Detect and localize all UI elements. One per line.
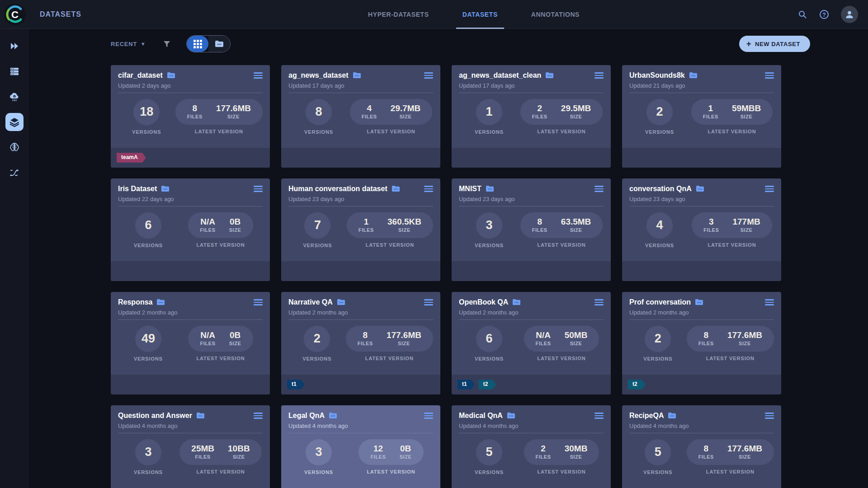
files-label: FILES (187, 114, 203, 119)
size-value: 50MB (565, 331, 588, 340)
dataset-name[interactable]: Iris Dataset (118, 185, 157, 193)
user-avatar[interactable] (841, 6, 858, 23)
dataset-card[interactable]: UrbanSounds8k Updated 21 days ago 2 VERS… (622, 65, 781, 168)
card-menu-button[interactable] (254, 184, 263, 193)
dataset-tag[interactable]: t1 (458, 380, 475, 389)
versions-circle: 6 (476, 326, 502, 352)
size-value: 360.5KB (387, 217, 421, 227)
sidebar-item-models[interactable] (5, 138, 24, 156)
dataset-tag[interactable]: t1 (287, 380, 305, 389)
tab-annotations[interactable]: ANNOTATIONS (525, 0, 586, 29)
size-label: SIZE (400, 114, 412, 119)
dataset-name[interactable]: cifar_dataset (118, 71, 163, 80)
dataset-name[interactable]: UrbanSounds8k (629, 71, 685, 80)
card-menu-button[interactable] (594, 411, 604, 420)
latest-version-pill: 2 FILES 29.5MB SIZE (520, 99, 603, 125)
card-menu-button[interactable] (254, 298, 263, 307)
clearml-logo[interactable]: C (4, 3, 26, 26)
main-content: RECENT ▾ + NEW DATASET cifar_data (29, 29, 868, 488)
dataset-tag[interactable]: teamA (117, 153, 146, 162)
dataset-name[interactable]: Human conversation dataset (288, 185, 387, 193)
files-label: FILES (200, 227, 215, 233)
dataset-name[interactable]: Medical QnA (459, 412, 503, 420)
versions-circle: 2 (646, 99, 673, 125)
dataset-updated: Updated 4 months ago (629, 422, 774, 429)
dataset-name[interactable]: ag_news_dataset (288, 71, 349, 80)
dataset-name[interactable]: Narrative QA (288, 298, 333, 306)
card-menu-button[interactable] (424, 71, 433, 80)
card-menu-button[interactable] (254, 411, 263, 420)
card-menu-button[interactable] (765, 184, 774, 193)
size-label: SIZE (570, 227, 582, 233)
latest-version-pill: 1 FILES 360.5KB SIZE (347, 212, 433, 238)
search-icon[interactable] (797, 9, 807, 19)
dataset-card[interactable]: ag_news_dataset Updated 17 days ago 8 VE… (281, 65, 440, 168)
dataset-card[interactable]: Responsa Updated 2 months ago 49 VERSION… (111, 292, 270, 394)
versions-count: 3 (145, 445, 151, 459)
dataset-name[interactable]: RecipeQA (629, 412, 664, 420)
latest-version-label: LATEST VERSION (537, 129, 585, 134)
dataset-card[interactable]: Iris Dataset Updated 22 days ago 6 VERSI… (111, 178, 270, 281)
sidebar-item-projects[interactable] (5, 37, 24, 55)
dataset-card[interactable]: Medical QnA Updated 4 months ago 5 VERSI… (452, 405, 611, 488)
card-menu-button[interactable] (424, 411, 433, 420)
tab-hyper-datasets[interactable]: HYPER-DATASETS (362, 0, 435, 29)
dataset-card[interactable]: OpenBook QA Updated 2 months ago 6 VERSI… (452, 292, 611, 394)
grid-view-button[interactable] (187, 36, 208, 52)
files-count: 1 (708, 104, 713, 113)
size-value: 177.6MB (387, 331, 421, 340)
dataset-name[interactable]: MNIST (459, 185, 481, 193)
table-view-button[interactable] (208, 36, 230, 52)
dataset-grid: cifar_dataset Updated 2 days ago 18 VERS… (111, 65, 810, 488)
versions-label: VERSIONS (475, 129, 504, 135)
card-menu-button[interactable] (254, 71, 263, 80)
dataset-name[interactable]: OpenBook QA (459, 298, 508, 306)
dataset-updated: Updated 4 months ago (288, 422, 433, 429)
sidebar-item-datasets[interactable] (5, 113, 24, 131)
sidebar-item-pipelines[interactable] (5, 164, 24, 182)
dataset-tag[interactable]: t2 (628, 380, 646, 389)
versions-count: 2 (314, 332, 321, 346)
dataset-card[interactable]: ag_news_dataset_clean Updated 17 days ag… (452, 65, 611, 168)
dataset-folder-icon (668, 412, 676, 419)
filter-icon[interactable] (163, 40, 171, 48)
new-dataset-button[interactable]: + NEW DATASET (739, 36, 810, 52)
card-menu-button[interactable] (594, 298, 604, 307)
latest-version-pill: N/A FILES 0B SIZE (188, 212, 253, 238)
dataset-card[interactable]: Legal QnA Updated 4 months ago 3 VERSION… (281, 405, 440, 488)
dataset-card[interactable]: Human conversation dataset Updated 23 da… (281, 178, 440, 281)
dataset-card[interactable]: cifar_dataset Updated 2 days ago 18 VERS… (111, 65, 270, 168)
versions-count: 5 (486, 445, 492, 459)
dataset-card[interactable]: conversation QnA Updated 23 days ago 4 V… (622, 178, 781, 281)
dataset-name[interactable]: ag_news_dataset_clean (459, 71, 541, 80)
dataset-card[interactable]: RecipeQA Updated 4 months ago 5 VERSIONS (622, 405, 781, 488)
card-menu-button[interactable] (424, 298, 433, 307)
dataset-card[interactable]: Narrative QA Updated 2 months ago 2 VERS… (281, 292, 440, 394)
dataset-tag[interactable]: t2 (479, 380, 496, 389)
dataset-folder-icon (161, 185, 170, 192)
dataset-card[interactable]: MNIST Updated 23 days ago 3 VERSIONS (452, 178, 611, 281)
dataset-name[interactable]: Legal QnA (288, 412, 325, 420)
card-menu-button[interactable] (594, 184, 604, 193)
dataset-name[interactable]: Question and Answer (118, 412, 192, 420)
dataset-name[interactable]: Prof conversation (629, 298, 691, 306)
latest-version-pill: 2 FILES 30MB SIZE (524, 439, 599, 465)
size-label: SIZE (398, 341, 410, 346)
sort-dropdown[interactable]: RECENT ▾ (111, 41, 145, 47)
card-menu-button[interactable] (594, 71, 604, 80)
tag-list (111, 375, 270, 394)
card-menu-button[interactable] (765, 298, 774, 307)
dataset-card[interactable]: Question and Answer Updated 4 months ago… (111, 405, 270, 488)
dataset-card[interactable]: Prof conversation Updated 2 months ago 2… (622, 292, 781, 394)
sidebar-item-autoscaler[interactable] (5, 88, 24, 106)
dataset-name[interactable]: conversation QnA (629, 185, 692, 193)
card-menu-button[interactable] (765, 411, 774, 420)
card-menu-button[interactable] (424, 184, 433, 193)
help-icon[interactable]: ? (819, 9, 829, 19)
cloud-autoscaler-icon (9, 91, 20, 102)
dataset-name[interactable]: Responsa (118, 298, 152, 306)
sidebar-item-workers-queues[interactable] (5, 62, 24, 80)
tab-datasets[interactable]: DATASETS (456, 0, 504, 29)
dataset-folder-icon (329, 412, 337, 419)
card-menu-button[interactable] (765, 71, 774, 80)
